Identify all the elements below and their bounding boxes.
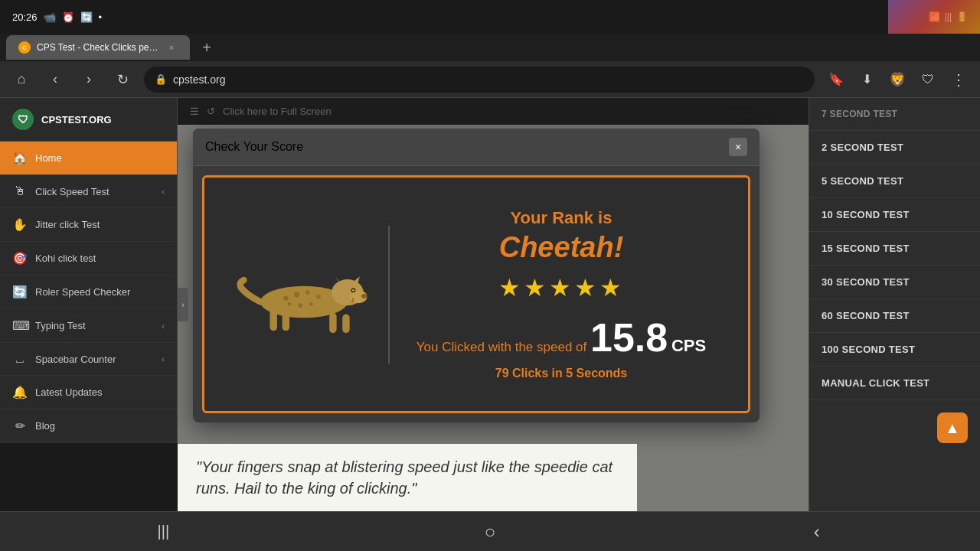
svg-point-14: [283, 295, 289, 301]
spacebar-icon: ⎵: [12, 352, 28, 366]
address-bar[interactable]: 🔒 cpstest.org: [144, 67, 815, 93]
right-item-10sec[interactable]: 10 SECOND TEST: [809, 198, 980, 232]
speed-text: You Clicked with the speed of 15.8 CPS: [413, 315, 710, 360]
right-item-30sec[interactable]: 30 SECOND TEST: [809, 266, 980, 299]
sidebar-item-typing-label: Typing Test: [35, 320, 86, 331]
sidebar-item-kohi-click[interactable]: 🎯 Kohi click test: [0, 242, 177, 276]
right-item-5sec[interactable]: 5 SECOND TEST: [809, 165, 980, 198]
svg-point-13: [305, 290, 310, 295]
svg-rect-9: [342, 314, 349, 333]
tab-bar: C CPS Test - Check Clicks per S × +: [0, 34, 980, 61]
svg-point-5: [361, 294, 368, 298]
notification-dot: •: [99, 11, 103, 23]
dialog-close-button[interactable]: ×: [729, 138, 747, 156]
bell-icon: 🔔: [12, 385, 28, 399]
svg-point-17: [309, 302, 313, 305]
dialog-title: Check Your Score: [205, 140, 303, 154]
menu-button[interactable]: ⋮: [946, 67, 971, 92]
status-left: 20:26 📹 ⏰ 🔄 •: [12, 11, 102, 23]
download-button[interactable]: ⬇: [854, 67, 879, 92]
sidebar-item-latest-updates[interactable]: 🔔 Latest Updates: [0, 376, 177, 409]
scroll-top-button[interactable]: ▲: [937, 412, 968, 443]
sidebar-item-jitter-label: Jitter click Test: [35, 219, 100, 230]
sync-icon: 🔄: [80, 11, 93, 23]
right-item-7sec[interactable]: 7 SECOND TEST: [809, 98, 980, 131]
cheetah-image: [235, 253, 373, 337]
dialog-body: Your Rank is Cheetah! ★★★★★ You Clicked …: [202, 175, 750, 413]
shield-button[interactable]: 🛡: [916, 67, 940, 92]
sidebar-item-spacebar-label: Spacebar Counter: [35, 354, 116, 365]
sidebar: 🛡 CPSTEST.ORG 🏠 Home 🖱 Click Speed Test …: [0, 98, 178, 443]
chevron-icon-3: ‹: [162, 354, 165, 364]
sidebar-toggle-button[interactable]: ›: [178, 288, 188, 321]
clicks-info: 79 Clicks in 5 Seconds: [413, 367, 710, 380]
sidebar-item-click-label: Click Speed Test: [35, 186, 109, 197]
tab-title: CPS Test - Check Clicks per S: [37, 42, 159, 53]
rank-label: Your Rank is: [413, 208, 710, 228]
result-side: Your Rank is Cheetah! ★★★★★ You Clicked …: [390, 193, 733, 396]
sidebar-item-updates-label: Latest Updates: [35, 386, 102, 398]
speed-number: 15.8: [590, 315, 668, 360]
refresh-nav-button[interactable]: ↻: [110, 67, 135, 92]
address-bar-row: ⌂ ‹ › ↻ 🔒 cpstest.org 🔖 ⬇ 🦁 🛡 ⋮: [0, 61, 980, 98]
back-nav-button[interactable]: ‹: [43, 67, 67, 92]
home-nav-button[interactable]: ⌂: [9, 67, 34, 92]
tab-close-button[interactable]: ×: [165, 41, 178, 54]
right-sidebar: 7 SECOND TEST 2 SECOND TEST 5 SECOND TES…: [808, 98, 980, 511]
video-icon: 📹: [44, 11, 56, 23]
score-dialog: Check Your Score ×: [193, 129, 760, 422]
cycle-icon: 🔄: [12, 285, 28, 299]
dialog-header: Check Your Score ×: [193, 129, 760, 166]
svg-rect-10: [270, 308, 276, 330]
tab-favicon: C: [18, 41, 31, 54]
bookmark-button[interactable]: 🔖: [824, 67, 848, 92]
sidebar-item-kohi-label: Kohi click test: [35, 253, 96, 264]
status-gradient: [888, 0, 980, 34]
status-bar: 20:26 📹 ⏰ 🔄 • 📶 ||| 🔋: [0, 0, 980, 34]
sidebar-item-home[interactable]: 🏠 Home: [0, 142, 177, 175]
right-item-60sec[interactable]: 60 SECOND TEST: [809, 299, 980, 333]
right-item-100sec[interactable]: 100 SECOND TEST: [809, 333, 980, 367]
nav-back-button[interactable]: ‹: [794, 517, 840, 547]
forward-nav-button[interactable]: ›: [77, 67, 101, 92]
right-item-manual[interactable]: MANUAL CLICK TEST: [809, 367, 980, 400]
home-icon: 🏠: [12, 151, 28, 165]
sidebar-item-roler-speed[interactable]: 🔄 Roler Speed Checker: [0, 276, 177, 309]
right-item-15sec[interactable]: 15 SECOND TEST: [809, 232, 980, 266]
quote-text: "Your fingers snap at blistering speed j…: [178, 444, 637, 511]
active-tab[interactable]: C CPS Test - Check Clicks per S ×: [6, 35, 190, 60]
svg-point-16: [298, 303, 302, 308]
url-text: cpstest.org: [173, 73, 225, 86]
lock-icon: 🔒: [155, 73, 167, 85]
keyboard-icon: ⌨: [12, 318, 28, 333]
logo-icon: 🛡: [12, 109, 34, 130]
alarm-icon: ⏰: [62, 11, 74, 23]
cheetah-side: [220, 237, 388, 352]
edit-icon: ✏: [12, 419, 28, 433]
brave-button[interactable]: 🦁: [885, 67, 910, 92]
dialog-overlay: Check Your Score ×: [178, 98, 808, 511]
svg-point-12: [294, 292, 300, 298]
main-content: ☰ ↺ Click here to Full Screen Check Your…: [178, 98, 808, 511]
sidebar-logo: 🛡 CPSTEST.ORG: [0, 98, 177, 142]
svg-rect-8: [329, 312, 336, 333]
sidebar-item-typing-test[interactable]: ⌨ Typing Test ‹: [0, 309, 177, 343]
target-icon: 🎯: [12, 251, 28, 266]
chevron-icon-2: ‹: [162, 321, 165, 331]
sidebar-item-blog[interactable]: ✏ Blog: [0, 409, 177, 443]
nav-menu-button[interactable]: |||: [140, 517, 186, 547]
svg-point-18: [288, 302, 292, 305]
sidebar-item-spacebar-counter[interactable]: ⎵ Spacebar Counter ‹: [0, 343, 177, 376]
new-tab-button[interactable]: +: [196, 37, 217, 58]
browser-actions: 🔖 ⬇ 🦁 🛡 ⋮: [824, 67, 971, 92]
hand-icon: ✋: [12, 217, 28, 232]
mouse-icon: 🖱: [12, 184, 28, 198]
sidebar-item-blog-label: Blog: [35, 420, 55, 432]
sidebar-item-roler-label: Roler Speed Checker: [35, 286, 130, 298]
chevron-icon-1: ‹: [162, 187, 165, 196]
right-item-2sec[interactable]: 2 SECOND TEST: [809, 131, 980, 165]
sidebar-item-jitter-click[interactable]: ✋ Jitter click Test: [0, 208, 177, 242]
logo-text: CPSTEST.ORG: [41, 114, 112, 126]
nav-home-button[interactable]: ○: [467, 517, 513, 547]
sidebar-item-click-speed-test[interactable]: 🖱 Click Speed Test ‹: [0, 175, 177, 208]
